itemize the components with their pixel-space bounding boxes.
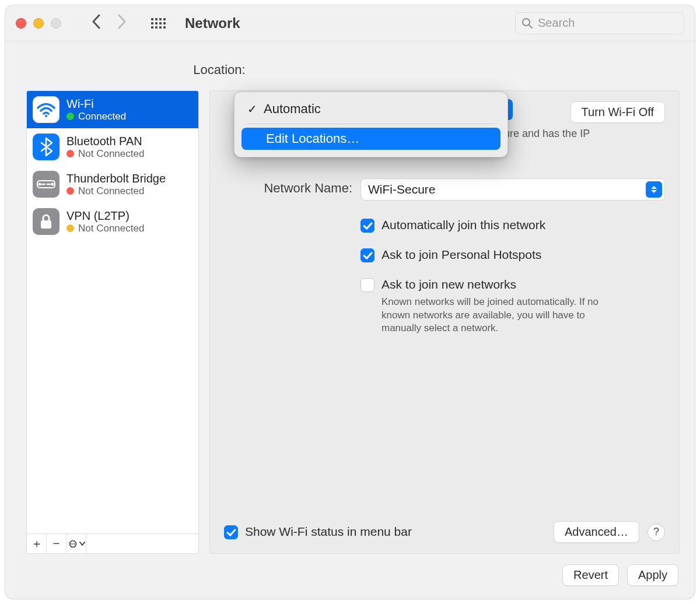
lock-icon [33, 208, 60, 235]
search-field[interactable] [515, 12, 684, 34]
show-all-icon[interactable] [151, 16, 165, 30]
location-option-automatic[interactable]: ✓ Automatic [239, 98, 503, 120]
svg-line-1 [529, 25, 532, 28]
status-dot-icon [66, 187, 74, 195]
status-dot-icon [66, 150, 74, 157]
location-row: Location: [26, 50, 680, 90]
service-item-wifi[interactable]: Wi-Fi Connected [27, 91, 198, 128]
service-item-vpn[interactable]: VPN (L2TP) Not Connected [27, 203, 198, 240]
checkbox-checked-icon[interactable] [360, 219, 374, 233]
turn-wifi-off-button[interactable]: Turn Wi-Fi Off [570, 101, 665, 123]
checkbox-checked-icon[interactable] [360, 248, 374, 262]
columns: Wi-Fi Connected Bluetooth PAN Not Connec… [26, 90, 680, 554]
window-controls [16, 18, 61, 29]
wifi-icon [33, 96, 60, 123]
minimize-window-button[interactable] [33, 18, 44, 29]
sidebar-toolbar-spacer [86, 534, 198, 553]
location-edit-label: Edit Locations… [266, 131, 359, 146]
window-title: Network [185, 15, 240, 31]
auto-join-label: Automatically join this network [382, 218, 545, 232]
svg-point-2 [45, 115, 47, 117]
status-dot-icon [66, 224, 74, 232]
service-name: Bluetooth PAN [66, 134, 144, 148]
checkmark-icon: ✓ [246, 102, 258, 116]
svg-point-8 [71, 543, 72, 545]
location-select[interactable] [250, 59, 513, 80]
service-actions-button[interactable] [66, 534, 86, 553]
service-name: Thunderbolt Bridge [66, 171, 166, 185]
forward-button[interactable] [117, 13, 127, 33]
location-label: Location: [193, 62, 245, 78]
search-icon [522, 17, 533, 29]
sidebar-toolbar: ＋ − [27, 533, 198, 553]
back-button[interactable] [92, 13, 101, 33]
add-service-button[interactable]: ＋ [27, 534, 47, 553]
up-down-icon [646, 181, 662, 198]
detail-footer: Show Wi-Fi status in menu bar Advanced… … [224, 521, 665, 543]
ask-new-label: Ask to join new networks [382, 278, 516, 292]
show-menu-label: Show Wi-Fi status in menu bar [245, 525, 412, 539]
network-name-value: WiFi-Secure [368, 182, 436, 196]
remove-service-button[interactable]: − [47, 534, 66, 553]
service-sidebar: Wi-Fi Connected Bluetooth PAN Not Connec… [26, 90, 199, 554]
auto-join-checkbox-row[interactable]: Automatically join this network [360, 218, 665, 233]
ask-hotspot-checkbox-row[interactable]: Ask to join Personal Hotspots [360, 248, 665, 262]
checkbox-unchecked-icon[interactable] [360, 278, 374, 292]
checkbox-checked-icon[interactable] [224, 525, 238, 539]
service-status: Not Connected [66, 148, 144, 160]
svg-point-9 [72, 543, 74, 545]
thunderbolt-icon [33, 171, 60, 198]
footer-buttons: Revert Apply [26, 554, 680, 586]
advanced-button[interactable]: Advanced… [554, 521, 639, 543]
svg-point-0 [523, 19, 530, 26]
service-item-bluetooth[interactable]: Bluetooth PAN Not Connected [27, 128, 198, 166]
svg-rect-6 [41, 220, 51, 229]
help-button[interactable]: ? [648, 524, 665, 541]
detail-panel: Status: Connected Turn Wi-Fi Off Wi-Fi i… [209, 90, 680, 554]
content-area: Location: ✓ Automatic Edit Locations… [5, 41, 695, 599]
service-status: Connected [66, 111, 126, 122]
ask-hotspot-label: Ask to join Personal Hotspots [382, 248, 541, 262]
svg-point-4 [51, 183, 54, 186]
bluetooth-icon [33, 134, 60, 160]
service-list: Wi-Fi Connected Bluetooth PAN Not Connec… [27, 91, 198, 533]
location-popup-menu: ✓ Automatic Edit Locations… [234, 92, 508, 157]
svg-point-3 [38, 183, 41, 186]
chevron-down-icon [79, 542, 85, 546]
svg-point-10 [74, 543, 75, 545]
ask-new-checkbox-row[interactable]: Ask to join new networks [360, 278, 665, 292]
close-window-button[interactable] [16, 18, 26, 29]
network-name-label: Network Name: [224, 178, 352, 196]
location-option-label: Automatic [264, 101, 321, 117]
service-name: Wi-Fi [66, 97, 126, 111]
network-name-select[interactable]: WiFi-Secure [360, 178, 665, 201]
service-status: Not Connected [66, 223, 144, 234]
service-item-thunderbolt[interactable]: Thunderbolt Bridge Not Connected [27, 166, 198, 203]
nav-arrows [92, 13, 127, 33]
apply-button[interactable]: Apply [627, 564, 678, 586]
service-name: VPN (L2TP) [66, 209, 144, 223]
status-dot-icon [66, 113, 74, 120]
ask-new-description: Known networks will be joined automatica… [382, 296, 626, 336]
network-name-row: Network Name: WiFi-Secure Automatically … [224, 178, 665, 336]
search-input[interactable] [538, 16, 678, 30]
menu-separator [247, 124, 495, 124]
location-edit-option[interactable]: Edit Locations… [242, 128, 501, 150]
titlebar: Network [5, 5, 695, 41]
service-status: Not Connected [66, 185, 166, 197]
show-menu-checkbox-row[interactable]: Show Wi-Fi status in menu bar [224, 525, 412, 539]
revert-button[interactable]: Revert [562, 564, 619, 586]
network-preferences-window: Network Location: ✓ Automatic Edit Locat… [5, 5, 695, 599]
zoom-window-button[interactable] [51, 18, 61, 29]
